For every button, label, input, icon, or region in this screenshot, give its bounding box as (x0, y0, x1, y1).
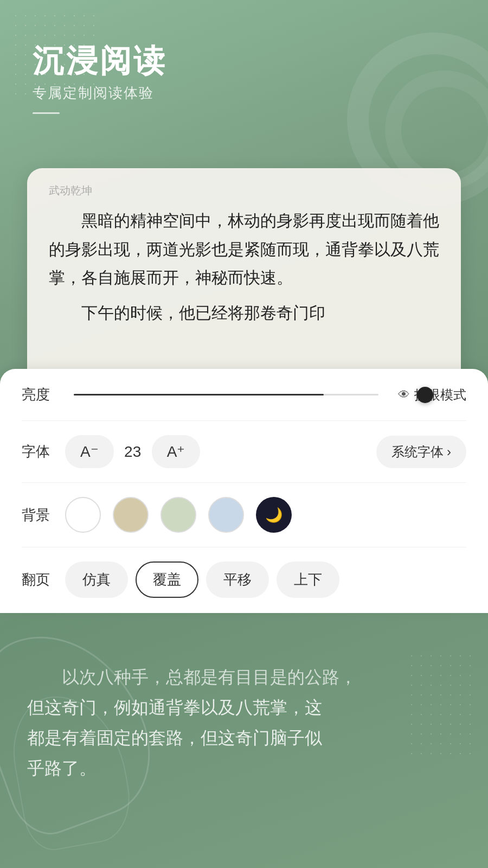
background: 沉浸阅读 专属定制阅读体验 武动乾坤 黑暗的精神空间中，林动的身影再度出现而随着… (0, 0, 488, 868)
font-decrease-button[interactable]: A⁻ (65, 435, 114, 468)
book-title: 武动乾坤 (49, 183, 439, 198)
bg-option-dark[interactable]: 🌙 (256, 497, 292, 533)
slider-thumb[interactable] (417, 387, 433, 403)
bottom-text-line4: 乎路了。 (27, 753, 461, 783)
bg-option-beige[interactable] (113, 497, 149, 533)
font-type-button[interactable]: 系统字体 › (376, 436, 466, 468)
background-label: 背景 (22, 506, 65, 525)
font-row: 字体 A⁻ 23 A⁺ 系统字体 › (22, 435, 466, 468)
font-type-label: 系统字体 (391, 443, 444, 461)
font-size-display: 23 (114, 443, 152, 461)
page-subtitle: 专属定制阅读体验 (33, 84, 167, 103)
bg-option-light-blue[interactable] (208, 497, 244, 533)
bottom-text-line3: 都是有着固定的套路，但这奇门脑子似 (27, 723, 461, 753)
font-increase-button[interactable]: A⁺ (152, 435, 201, 468)
bottom-text-line1: 以次八种手，总都是有目目是的公路， (27, 662, 461, 692)
page-option-slide[interactable]: 平移 (206, 561, 269, 598)
bottom-text-area: 以次八种手，总都是有目目是的公路， 但这奇门，例如通背拳以及八荒掌，这 都是有着… (27, 662, 461, 783)
control-panel: 亮度 👁 护眼模式 字体 A⁻ 23 A⁺ 系统字体 (0, 369, 488, 613)
slider-fill (74, 394, 324, 395)
eye-icon: 👁 (398, 388, 410, 402)
bg-option-light-green[interactable] (160, 497, 196, 533)
bg-option-white[interactable] (65, 497, 101, 533)
reading-paragraph-1: 黑暗的精神空间中，林动的身影再度出现而随着他的身影出现，两道光影也是紧随而现，通… (49, 207, 439, 292)
divider-2 (22, 482, 466, 483)
background-row: 背景 🌙 (22, 497, 466, 533)
header-divider (33, 112, 60, 114)
font-label: 字体 (22, 442, 65, 461)
brightness-slider-container[interactable] (74, 394, 378, 395)
slider-track[interactable] (74, 394, 378, 395)
reading-paragraph-2: 下午的时候，他已经将那卷奇门印 (49, 299, 439, 328)
page-option-scroll[interactable]: 上下 (277, 561, 339, 598)
background-options: 🌙 (65, 497, 466, 533)
reading-card: 武动乾坤 黑暗的精神空间中，林动的身影再度出现而随着他的身影出现，两道光影也是紧… (27, 168, 461, 396)
page-options: 仿真 覆盖 平移 上下 (65, 561, 466, 598)
bottom-text-line2: 但这奇门，例如通背拳以及八荒掌，这 (27, 692, 461, 723)
header: 沉浸阅读 专属定制阅读体验 (33, 43, 167, 114)
page-option-cover[interactable]: 覆盖 (136, 561, 198, 598)
page-turn-row: 翻页 仿真 覆盖 平移 上下 (22, 561, 466, 598)
page-title: 沉浸阅读 (33, 43, 167, 78)
font-controls: A⁻ 23 A⁺ 系统字体 › (65, 435, 466, 468)
brightness-label: 亮度 (22, 385, 65, 404)
page-label: 翻页 (22, 570, 65, 589)
divider-1 (22, 420, 466, 421)
chevron-right-icon: › (447, 444, 451, 459)
moon-icon: 🌙 (265, 507, 282, 524)
divider-3 (22, 547, 466, 547)
brightness-row: 亮度 👁 护眼模式 (22, 385, 466, 404)
page-option-simulated[interactable]: 仿真 (65, 561, 128, 598)
